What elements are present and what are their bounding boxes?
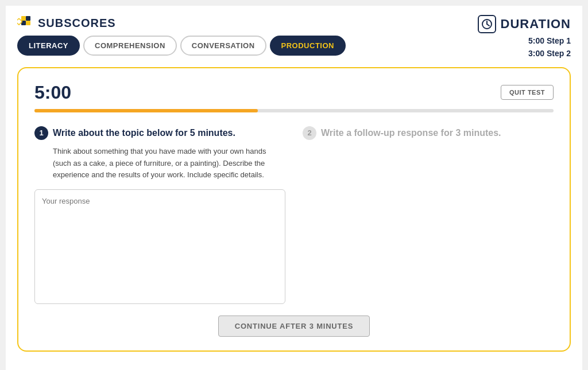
response-textarea[interactable] [34, 189, 285, 304]
app-container: SUBSCORES LITERACY COMPREHENSION CONVERS… [6, 6, 582, 370]
main-card: 5:00 QUIT TEST 1 Write about the topic b… [17, 67, 571, 352]
step2-header: 2 Write a follow-up response for 3 minut… [303, 126, 554, 140]
progress-bar-container [34, 109, 554, 112]
tab-comprehension[interactable]: COMPREHENSION [83, 36, 177, 56]
step2-col: 2 Write a follow-up response for 3 minut… [303, 126, 554, 306]
step1-header: 1 Write about the topic below for 5 minu… [34, 126, 285, 140]
continue-button[interactable]: CONTINUE AFTER 3 MINUTES [218, 316, 370, 337]
subscores-title: SUBSCORES [17, 15, 346, 31]
step1-description: Think about something that you have made… [34, 146, 285, 181]
clock-icon [478, 15, 496, 33]
continue-row: CONTINUE AFTER 3 MINUTES [34, 316, 554, 337]
progress-bar-fill [34, 109, 258, 112]
header: SUBSCORES LITERACY COMPREHENSION CONVERS… [17, 15, 571, 60]
duration-step2: 3:00 Step 2 [478, 47, 571, 60]
tab-literacy[interactable]: LITERACY [17, 36, 80, 56]
duration-step1: 5:00 Step 1 [478, 34, 571, 47]
subscores-label: SUBSCORES [38, 17, 116, 30]
duration-header: DURATION [478, 15, 571, 33]
subscores-logo-icon [17, 15, 33, 31]
tab-conversation[interactable]: CONVERSATION [180, 36, 266, 56]
subscores-section: SUBSCORES LITERACY COMPREHENSION CONVERS… [17, 15, 346, 56]
duration-steps: 5:00 Step 1 3:00 Step 2 [478, 34, 571, 60]
timer-row: 5:00 QUIT TEST [34, 82, 554, 103]
step1-number: 1 [34, 126, 48, 140]
quit-test-button[interactable]: QUIT TEST [501, 85, 554, 100]
duration-title: DURATION [501, 17, 571, 32]
step2-number: 2 [303, 126, 316, 140]
step1-col: 1 Write about the topic below for 5 minu… [34, 126, 285, 306]
svg-line-7 [487, 24, 489, 26]
svg-rect-0 [21, 16, 26, 21]
duration-section: DURATION 5:00 Step 1 3:00 Step 2 [478, 15, 571, 60]
step2-title: Write a follow-up response for 3 minutes… [321, 128, 501, 138]
tab-production[interactable]: PRODUCTION [270, 36, 346, 56]
tabs: LITERACY COMPREHENSION CONVERSATION PROD… [17, 36, 346, 56]
svg-rect-1 [26, 16, 30, 21]
step1-title: Write about the topic below for 5 minute… [53, 128, 235, 138]
steps-row: 1 Write about the topic below for 5 minu… [34, 126, 554, 306]
svg-rect-3 [26, 21, 30, 25]
timer-display: 5:00 [34, 82, 71, 103]
